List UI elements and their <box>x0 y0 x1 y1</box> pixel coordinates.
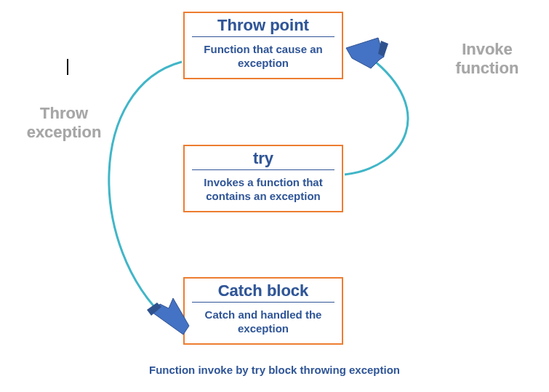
divider <box>192 302 334 303</box>
label-throw-exception: Throw exception <box>20 104 108 143</box>
throw-point-desc: Function that cause an exception <box>185 40 342 78</box>
text-cursor <box>67 59 68 75</box>
svg-marker-1 <box>378 41 388 57</box>
box-try: try Invokes a function that contains an … <box>183 145 343 212</box>
arrowhead-invoke <box>346 38 388 68</box>
catch-title: Catch block <box>185 279 342 302</box>
divider <box>192 36 334 37</box>
box-catch: Catch block Catch and handled the except… <box>183 277 343 345</box>
arrow-path-throw <box>109 62 182 320</box>
catch-desc: Catch and handled the exception <box>185 305 342 343</box>
divider <box>192 169 334 170</box>
try-desc: Invokes a function that contains an exce… <box>185 173 342 211</box>
svg-marker-3 <box>147 303 161 316</box>
svg-marker-0 <box>346 38 384 68</box>
try-title: try <box>185 146 342 169</box>
throw-point-title: Throw point <box>185 13 342 36</box>
box-throw-point: Throw point Function that cause an excep… <box>183 12 343 79</box>
label-invoke-function: Invoke function <box>447 40 527 79</box>
diagram-caption: Function invoke by try block throwing ex… <box>0 364 549 376</box>
arrow-path-invoke <box>345 58 408 175</box>
